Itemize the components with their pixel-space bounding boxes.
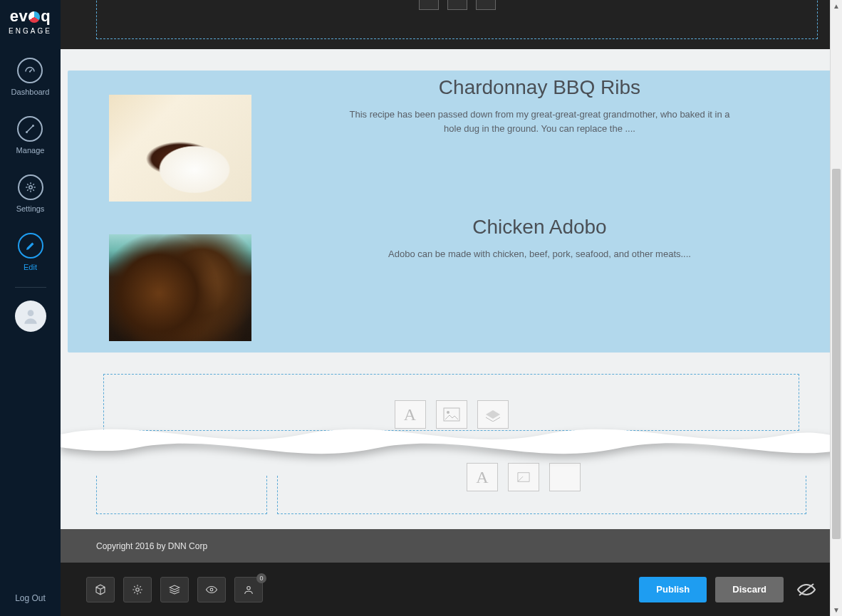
discard-button[interactable]: Discard	[715, 577, 784, 602]
module-icon[interactable]	[549, 463, 581, 491]
recipe-description: This recipe has been passed down from my…	[348, 108, 732, 135]
svg-line-1	[30, 70, 32, 72]
recipe-item: Chardonnay BBQ Ribs This recipe has been…	[68, 71, 835, 202]
scroll-down-arrow[interactable]: ▼	[831, 604, 842, 616]
svg-point-8	[136, 588, 140, 591]
footer-copyright-strip: Copyright 2016 by DNN Corp	[61, 529, 842, 563]
recipe-list-module[interactable]: Chardonnay BBQ Ribs This recipe has been…	[68, 71, 835, 353]
recipe-title: Chardonnay BBQ Ribs	[266, 76, 814, 99]
users-badge: 0	[256, 573, 266, 583]
svg-point-3	[32, 125, 34, 127]
nav-label: Dashboard	[11, 88, 50, 96]
pencil-icon	[18, 233, 43, 259]
nav-manage[interactable]: Manage	[16, 116, 45, 155]
user-avatar[interactable]	[15, 301, 46, 332]
svg-point-5	[27, 310, 33, 316]
visibility-toggle-icon[interactable]	[796, 583, 816, 597]
module-icon[interactable]	[508, 463, 539, 491]
svg-point-9	[210, 588, 213, 591]
top-dropzone[interactable]	[61, 0, 842, 49]
image-module-icon[interactable]	[436, 400, 467, 429]
gear-icon	[18, 174, 43, 200]
publish-button[interactable]: Publish	[639, 577, 707, 602]
bottom-left-dropzone[interactable]	[96, 476, 267, 514]
gauge-icon	[17, 58, 43, 83]
svg-point-4	[28, 186, 32, 189]
logout-link[interactable]: Log Out	[15, 593, 46, 603]
lower-dropzone[interactable]: A	[103, 374, 799, 431]
dropzone-placeholder-chip[interactable]	[476, 0, 496, 10]
vertical-scrollbar[interactable]: ▲ ▼	[830, 0, 842, 616]
main-area: Chardonnay BBQ Ribs This recipe has been…	[61, 0, 842, 616]
scroll-thumb[interactable]	[832, 169, 841, 539]
brand-subtitle: ENGAGE	[9, 27, 52, 35]
cube-button[interactable]	[86, 577, 115, 602]
copyright-text: Copyright 2016 by DNN Corp	[96, 541, 207, 551]
recipe-image	[109, 95, 251, 202]
dropzone-placeholder-chip[interactable]	[447, 0, 467, 10]
recipe-image	[109, 234, 251, 341]
nav-label: Edit	[24, 263, 37, 271]
tools-icon	[17, 116, 43, 142]
layers-button[interactable]	[160, 577, 189, 602]
nav-settings[interactable]: Settings	[16, 174, 45, 213]
top-dropzone-border	[96, 0, 818, 39]
bottom-fragment: A	[61, 456, 842, 529]
nav-label: Settings	[16, 204, 45, 213]
settings-button[interactable]	[123, 577, 152, 602]
text-module-icon[interactable]: A	[467, 463, 498, 491]
sidebar-divider	[15, 287, 46, 288]
svg-point-10	[247, 586, 251, 590]
users-button[interactable]: 0	[234, 577, 263, 602]
recipe-description: Adobo can be made with chicken, beef, po…	[348, 247, 732, 261]
scroll-up-arrow[interactable]: ▲	[831, 0, 842, 12]
recipe-title: Chicken Adobo	[266, 216, 814, 239]
svg-point-7	[447, 411, 449, 414]
preview-button[interactable]	[197, 577, 226, 602]
recipe-item: Chicken Adobo Adobo can be made with chi…	[68, 210, 835, 341]
nav-label: Manage	[16, 146, 45, 155]
dropzone-placeholder-chip[interactable]	[419, 0, 439, 10]
nav-edit[interactable]: Edit	[18, 233, 43, 271]
brand-logo: ev q ENGAGE	[9, 7, 52, 35]
edit-action-bar: 0 Publish Discard	[61, 563, 842, 616]
brand-prefix: ev	[10, 7, 28, 26]
svg-point-2	[26, 131, 28, 133]
module-icon[interactable]	[477, 400, 509, 429]
text-module-icon[interactable]: A	[395, 400, 426, 429]
brand-suffix: q	[41, 7, 51, 26]
scroll-track[interactable]	[831, 12, 842, 604]
brand-o-icon	[28, 11, 40, 23]
nav-dashboard[interactable]: Dashboard	[11, 58, 50, 96]
sidebar: ev q ENGAGE Dashboard Manage	[0, 0, 61, 616]
